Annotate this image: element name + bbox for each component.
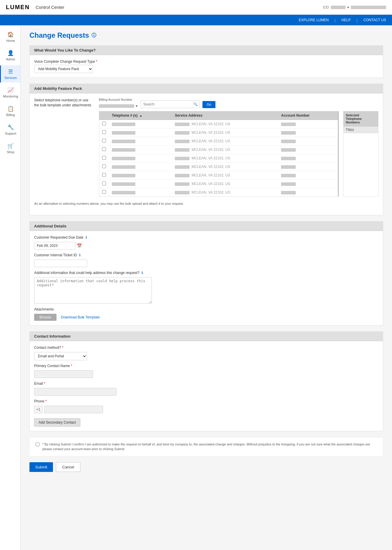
tn-row-checkbox[interactable]: [102, 190, 106, 194]
sidebar-item-support[interactable]: 🔧 Support: [0, 121, 20, 138]
tn-row-checkbox[interactable]: [102, 139, 106, 143]
tn-address-prefix: [175, 191, 190, 194]
due-date-input[interactable]: [34, 242, 75, 250]
phone-label: Phone *: [34, 399, 378, 403]
help-icon[interactable]: ⓘ: [92, 32, 96, 39]
table-row[interactable]: MCLEAN, VA 22102, US: [99, 171, 338, 180]
primary-contact-name-label: Primary Contact Name *: [34, 364, 378, 368]
submit-button[interactable]: Submit: [29, 462, 53, 472]
tn-account-value: [281, 191, 296, 194]
tn-account-value: [281, 148, 296, 152]
download-bulk-template-link[interactable]: Download Bulk Template: [61, 315, 100, 319]
sidebar-item-shop[interactable]: 🛒 Shop: [0, 140, 20, 157]
contact-information-body: Contact method? * Email and Portal Phone…: [30, 341, 383, 431]
calendar-icon[interactable]: 📅: [77, 243, 82, 248]
table-row[interactable]: MCLEAN, VA 22102, US: [99, 120, 338, 128]
phone-input[interactable]: [44, 406, 103, 413]
additional-info-icon: ℹ: [142, 271, 143, 275]
sidebar-item-label-services: Services: [4, 76, 17, 80]
explore-lumen-link[interactable]: EXPLORE LUMEN: [299, 18, 329, 22]
help-link[interactable]: HELP: [341, 18, 351, 22]
bulk-note: As an alternative to selecting numbers a…: [34, 201, 378, 206]
sidebar: 🏠 Home 👤 Admin ☰ Services 📈 Monitoring 📋…: [0, 25, 21, 550]
what-to-change-section: What Would You Like To Change? Voice Com…: [29, 45, 383, 78]
billing-account-value: [99, 104, 134, 108]
what-to-change-header: What Would You Like To Change?: [30, 46, 383, 55]
table-row[interactable]: MCLEAN, VA 22102, US: [99, 146, 338, 154]
contact-grid: Contact method? * Email and Portal Phone…: [34, 346, 378, 427]
change-request-type-select[interactable]: Add Mobility Feature Pack Option 2 Optio…: [34, 65, 93, 73]
email-label: Email *: [34, 381, 378, 386]
tn-address-prefix: [175, 165, 190, 169]
email-input[interactable]: [34, 388, 117, 396]
due-date-row: Customer Requested Due Date ℹ 📅: [34, 235, 378, 250]
sidebar-item-home[interactable]: 🏠 Home: [0, 28, 20, 45]
change-request-type-label: Voice Complete Change Request Type *: [34, 60, 378, 64]
table-row[interactable]: MCLEAN, VA 22102, US: [99, 188, 338, 197]
table-row[interactable]: MCLEAN, VA 22102, US: [99, 180, 338, 188]
tn-address-header: Service Address: [172, 111, 278, 120]
billing-dropdown-icon[interactable]: ▾: [136, 104, 138, 108]
table-row[interactable]: MCLEAN, VA 22102, US: [99, 137, 338, 146]
phone-prefix: +1: [34, 406, 42, 413]
what-to-change-body: Voice Complete Change Request Type * Add…: [30, 55, 383, 77]
eid-dropdown-icon[interactable]: ▾: [347, 5, 349, 9]
top-nav: LUMEN Control Center EID ▾: [0, 0, 392, 15]
billing-account-label: Billing Account Number: [99, 98, 138, 101]
terms-checkbox[interactable]: [36, 442, 39, 446]
support-icon: 🔧: [7, 124, 14, 131]
monitoring-icon: 📈: [7, 87, 14, 93]
sidebar-item-admin[interactable]: 👤 Admin: [0, 47, 20, 64]
tn-phone-value: [112, 174, 135, 177]
add-secondary-contact-button[interactable]: Add Secondary Contact: [34, 418, 80, 427]
sidebar-item-services[interactable]: ☰ Services: [0, 65, 20, 82]
additional-info-label: Additional information that could help a…: [34, 271, 378, 275]
tn-row-checkbox[interactable]: [102, 181, 106, 185]
additional-details-section: Additional Details Customer Requested Du…: [29, 221, 383, 326]
tn-phone-value: [112, 148, 135, 152]
contact-us-link[interactable]: CONTACT US: [363, 18, 386, 22]
table-row[interactable]: MCLEAN, VA 22102, US: [99, 154, 338, 163]
sidebar-item-billing[interactable]: 📋 Billing: [0, 103, 20, 120]
tn-row-checkbox[interactable]: [102, 130, 106, 134]
tn-row-checkbox[interactable]: [102, 156, 106, 160]
tn-account-value: [281, 140, 296, 143]
ticket-id-info-icon: ℹ: [79, 253, 81, 257]
tn-account-value: [281, 157, 296, 160]
additional-info-textarea[interactable]: [34, 277, 152, 304]
tn-row-checkbox[interactable]: [102, 122, 106, 125]
tn-phone-header[interactable]: Telephone # (s) ▲: [109, 111, 172, 120]
account-value: [351, 6, 386, 9]
tn-account-header: Account Number: [278, 111, 338, 120]
sidebar-item-label-billing: Billing: [6, 113, 15, 117]
table-row[interactable]: MCLEAN, VA 22102, US: [99, 128, 338, 137]
tn-account-value: [281, 165, 296, 169]
browse-button[interactable]: Browse: [34, 314, 57, 321]
contact-information-header: Contact Information: [30, 332, 383, 341]
search-input[interactable]: [141, 100, 200, 108]
tn-phone-value: [112, 182, 135, 186]
search-wrapper: 🔍: [141, 100, 200, 108]
primary-contact-name-row: Primary Contact Name *: [34, 364, 378, 378]
tn-table-section: Telephone # (s) ▲ Service Address Accoun…: [99, 111, 339, 197]
tn-row-checkbox[interactable]: [102, 164, 106, 168]
table-row[interactable]: MCLEAN, VA 22102, US: [99, 163, 338, 171]
page-title: Change Requests: [29, 31, 89, 39]
selected-tn-sub: TN(s): [343, 126, 378, 133]
cancel-button[interactable]: Cancel: [56, 462, 80, 472]
terms-text: * By clicking Submit I confirm I am auth…: [42, 442, 377, 452]
tn-table-wrapper: Telephone # (s) ▲ Service Address Accoun…: [99, 111, 339, 197]
contact-method-select[interactable]: Email and Portal Phone Email: [34, 352, 87, 360]
blue-bar: EXPLORE LUMEN | HELP | CONTACT US: [0, 15, 392, 25]
tn-account-value: [281, 123, 296, 126]
eid-value: [331, 6, 346, 9]
tn-row-checkbox[interactable]: [102, 147, 106, 151]
tn-row-checkbox[interactable]: [102, 173, 106, 177]
action-buttons: Submit Cancel: [29, 462, 383, 472]
go-button[interactable]: Go: [202, 101, 215, 108]
primary-contact-name-input[interactable]: [34, 370, 93, 378]
ticket-id-input[interactable]: [34, 260, 87, 267]
tn-table: Telephone # (s) ▲ Service Address Accoun…: [99, 111, 338, 196]
sidebar-item-monitoring[interactable]: 📈 Monitoring: [0, 84, 20, 101]
additional-details-header: Additional Details: [30, 222, 383, 231]
